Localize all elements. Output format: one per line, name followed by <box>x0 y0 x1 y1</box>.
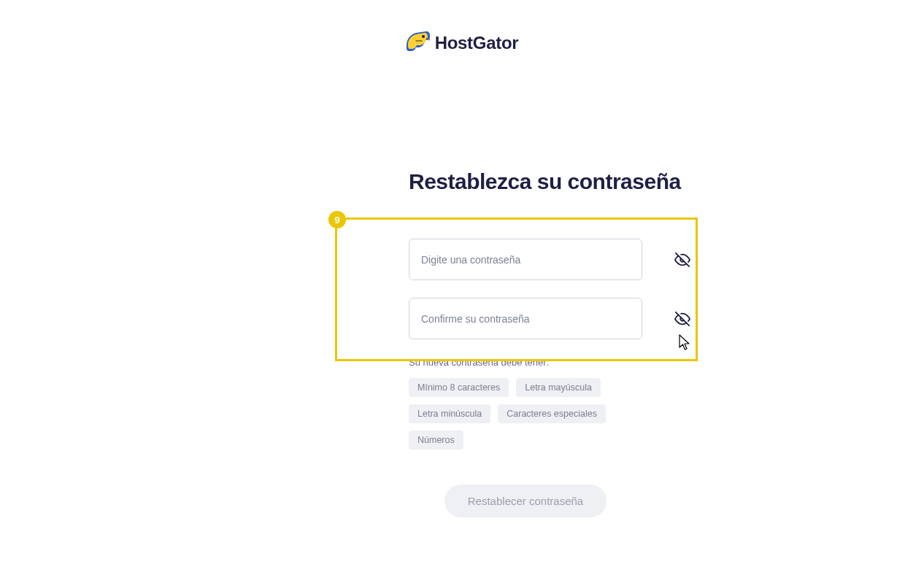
confirm-password-input[interactable] <box>409 298 642 339</box>
requirement-chip: Letra mayúscula <box>516 378 601 397</box>
form-area: Su nueva contraseña debe tener: Mínimo 8… <box>409 217 701 517</box>
gator-logo-icon <box>406 31 431 55</box>
requirement-chip: Mínimo 8 caracteres <box>409 378 509 397</box>
page-title: Restablezca su contraseña <box>409 169 701 195</box>
logo-container: HostGator <box>0 0 924 70</box>
requirement-chip: Caracteres especiales <box>498 404 606 423</box>
reset-password-panel: Restablezca su contraseña <box>409 169 701 517</box>
reset-password-button[interactable]: Restablecer contraseña <box>444 485 607 517</box>
toggle-password-visibility-icon[interactable] <box>674 252 690 268</box>
password-input[interactable] <box>409 239 642 280</box>
brand-logo: HostGator <box>406 31 519 55</box>
brand-text: HostGator <box>435 33 519 53</box>
submit-area: Restablecer contraseña <box>409 485 642 517</box>
requirements-chips: Mínimo 8 caracteres Letra mayúscula Letr… <box>409 378 628 450</box>
tutorial-step-badge: 9 <box>328 211 346 228</box>
password-input-wrapper <box>409 239 701 280</box>
confirm-password-input-wrapper <box>409 298 701 339</box>
requirements-label: Su nueva contraseña debe tener: <box>409 357 701 368</box>
requirement-chip: Números <box>409 431 463 450</box>
requirement-chip: Letra minúscula <box>409 404 490 423</box>
toggle-confirm-visibility-icon[interactable] <box>674 311 690 327</box>
svg-point-0 <box>422 35 425 38</box>
